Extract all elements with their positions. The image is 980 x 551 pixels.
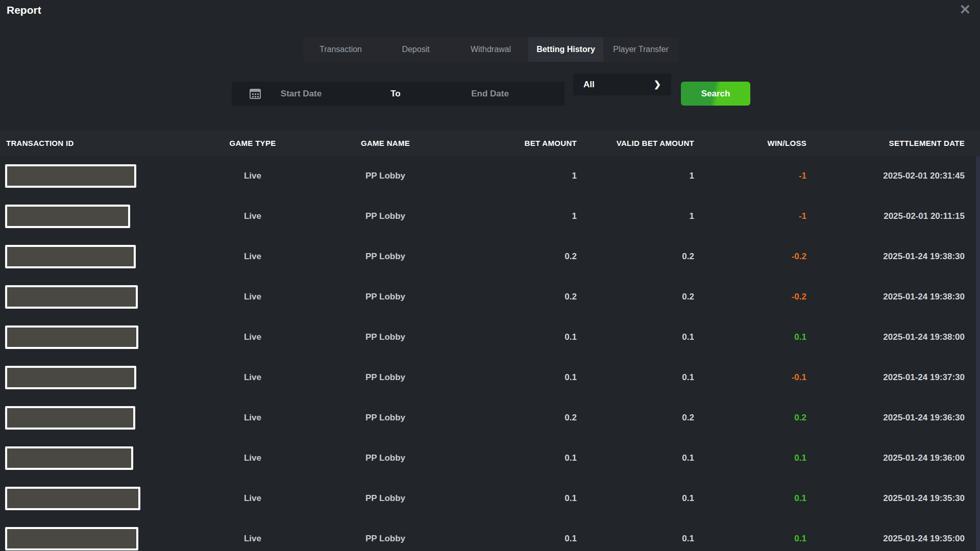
settlement-date-cell: 2025-01-24 19:38:30: [806, 292, 965, 302]
bet-amount-cell: 0.2: [459, 252, 577, 262]
game-type-cell: Live: [194, 413, 311, 423]
table-body: LivePP Lobby11-12025-02-01 20:31:45LiveP…: [0, 156, 980, 551]
bet-amount-cell: 0.1: [459, 534, 577, 544]
win-loss-cell: -1: [694, 211, 806, 221]
settlement-date-cell: 2025-01-24 19:36:00: [806, 453, 965, 463]
search-button[interactable]: Search: [681, 82, 750, 106]
transaction-id-redacted: [5, 325, 138, 349]
game-name-cell: PP Lobby: [311, 372, 459, 383]
transaction-id-cell: [0, 406, 194, 430]
tab-transaction[interactable]: Transaction: [303, 37, 378, 62]
game-name-cell: PP Lobby: [311, 534, 459, 544]
win-loss-cell: 0.1: [694, 453, 806, 463]
table-row: LivePP Lobby0.20.2-0.22025-01-24 19:38:3…: [0, 277, 980, 317]
transaction-id-cell: [0, 245, 194, 268]
table-row: LivePP Lobby0.10.10.12025-01-24 19:35:00: [0, 518, 980, 551]
valid-bet-amount-cell: 1: [577, 171, 694, 181]
game-name-cell: PP Lobby: [311, 332, 459, 342]
transaction-id-redacted: [5, 205, 130, 228]
game-type-cell: Live: [194, 534, 311, 544]
game-type-cell: Live: [194, 252, 311, 262]
settlement-date-cell: 2025-01-24 19:38:30: [806, 252, 965, 262]
transaction-id-cell: [0, 527, 194, 550]
valid-bet-amount-cell: 1: [577, 211, 694, 221]
tab-player-transfer[interactable]: Player Transfer: [603, 37, 678, 62]
bet-amount-cell: 0.1: [459, 332, 577, 342]
game-type-cell: Live: [194, 493, 311, 504]
table-row: LivePP Lobby0.20.2-0.22025-01-24 19:38:3…: [0, 236, 980, 277]
game-type-cell: Live: [194, 211, 311, 221]
settlement-date-cell: 2025-02-01 20:31:45: [806, 171, 965, 181]
table-row: LivePP Lobby0.10.1-0.12025-01-24 19:37:3…: [0, 357, 980, 397]
settlement-date-cell: 2025-01-24 19:35:30: [806, 493, 965, 504]
column-header-game-type: GAME TYPE: [194, 139, 311, 147]
tab-bar: TransactionDepositWithdrawalBetting Hist…: [303, 37, 678, 62]
tab-deposit[interactable]: Deposit: [378, 37, 453, 62]
valid-bet-amount-cell: 0.1: [577, 493, 694, 504]
game-name-cell: PP Lobby: [311, 211, 459, 221]
valid-bet-amount-cell: 0.1: [577, 453, 694, 463]
table-row: LivePP Lobby0.10.10.12025-01-24 19:36:00: [0, 438, 980, 478]
valid-bet-amount-cell: 0.2: [577, 413, 694, 423]
bet-amount-cell: 1: [459, 211, 577, 221]
start-date-input[interactable]: Start Date: [281, 89, 322, 99]
game-type-cell: Live: [194, 292, 311, 302]
column-header-transaction-id: TRANSACTION ID: [0, 139, 194, 147]
transaction-id-cell: [0, 164, 194, 188]
date-range-to-label: To: [390, 89, 401, 99]
transaction-id-redacted: [5, 406, 135, 430]
bet-amount-cell: 0.1: [459, 372, 577, 383]
settlement-date-cell: 2025-01-24 19:38:00: [806, 332, 965, 342]
game-type-cell: Live: [194, 372, 311, 383]
transaction-id-cell: [0, 205, 194, 228]
win-loss-cell: 0.2: [694, 413, 806, 423]
transaction-id-redacted: [5, 487, 140, 510]
page-title: Report: [7, 4, 41, 16]
transaction-id-cell: [0, 446, 194, 470]
table-row: LivePP Lobby11-12025-02-01 20:31:45: [0, 156, 980, 196]
transaction-id-cell: [0, 325, 194, 349]
column-header-win-loss: WIN/LOSS: [694, 139, 806, 147]
game-type-dropdown[interactable]: All ❯: [573, 73, 671, 95]
bet-amount-cell: 1: [459, 171, 577, 181]
win-loss-cell: -1: [694, 171, 806, 181]
calendar-icon: [249, 87, 262, 101]
tab-betting-history[interactable]: Betting History: [528, 37, 603, 62]
table-row: LivePP Lobby0.20.20.22025-01-24 19:36:30: [0, 397, 980, 438]
column-header-valid-bet-amount: VALID BET AMOUNT: [577, 139, 694, 147]
game-name-cell: PP Lobby: [311, 453, 459, 463]
date-range-picker[interactable]: Start Date To End Date: [232, 82, 565, 106]
column-header-game-name: GAME NAME: [311, 139, 459, 147]
transaction-id-redacted: [5, 366, 136, 389]
bet-amount-cell: 0.2: [459, 413, 577, 423]
transaction-id-cell: [0, 487, 194, 510]
win-loss-cell: -0.2: [694, 252, 806, 262]
transaction-id-redacted: [5, 245, 136, 268]
end-date-input[interactable]: End Date: [471, 89, 509, 99]
game-name-cell: PP Lobby: [311, 252, 459, 262]
settlement-date-cell: 2025-01-24 19:35:00: [806, 534, 965, 544]
table-row: LivePP Lobby0.10.10.12025-01-24 19:35:30: [0, 478, 980, 518]
game-name-cell: PP Lobby: [311, 171, 459, 181]
win-loss-cell: 0.1: [694, 534, 806, 544]
transaction-id-redacted: [5, 527, 138, 550]
transaction-id-redacted: [5, 164, 136, 188]
valid-bet-amount-cell: 0.1: [577, 534, 694, 544]
settlement-date-cell: 2025-01-24 19:37:30: [806, 372, 965, 383]
vertical-scrollbar[interactable]: [976, 156, 980, 551]
game-type-cell: Live: [194, 453, 311, 463]
tab-withdrawal[interactable]: Withdrawal: [453, 37, 528, 62]
table-header: TRANSACTION IDGAME TYPEGAME NAMEBET AMOU…: [0, 130, 980, 156]
table-row: LivePP Lobby11-12025-02-01 20:11:15: [0, 196, 980, 236]
game-name-cell: PP Lobby: [311, 413, 459, 423]
win-loss-cell: -0.2: [694, 292, 806, 302]
column-header-settlement-date: SETTLEMENT DATE: [806, 139, 965, 147]
settlement-date-cell: 2025-01-24 19:36:30: [806, 413, 965, 423]
win-loss-cell: 0.1: [694, 493, 806, 504]
close-icon[interactable]: ✕: [959, 3, 971, 17]
table-row: LivePP Lobby0.10.10.12025-01-24 19:38:00: [0, 317, 980, 357]
bet-amount-cell: 0.1: [459, 493, 577, 504]
game-name-cell: PP Lobby: [311, 292, 459, 302]
bet-amount-cell: 0.1: [459, 453, 577, 463]
chevron-right-icon: ❯: [654, 79, 661, 90]
